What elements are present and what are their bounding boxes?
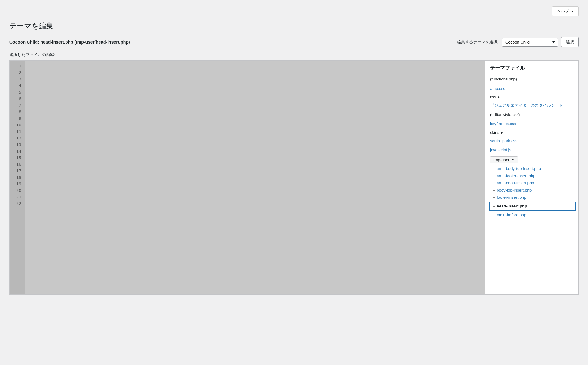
editor-style-label: (editor-style.css) <box>490 112 520 117</box>
help-button[interactable]: ヘルプ ▼ <box>552 6 579 16</box>
amp-head-link[interactable]: amp-head-insert.php <box>497 181 534 185</box>
keyframes-link[interactable]: keyframes.css <box>490 121 516 126</box>
line-17: 17 <box>16 168 21 174</box>
list-item-south-park: south_park.css <box>485 136 578 146</box>
south-park-link[interactable]: south_park.css <box>490 139 517 143</box>
list-item-amp-footer: amp-footer-insert.php <box>485 172 578 179</box>
line-10: 10 <box>16 122 21 129</box>
list-item-main-before: main-before.php <box>485 211 578 218</box>
line-18: 18 <box>16 174 21 181</box>
code-textarea[interactable] <box>25 61 485 294</box>
skins-folder-label: skins <box>490 130 499 135</box>
line-14: 14 <box>16 148 21 155</box>
line-16: 16 <box>16 161 21 168</box>
line-2: 2 <box>19 70 21 76</box>
body-top-link[interactable]: body-top-insert.php <box>497 188 532 192</box>
head-insert-link[interactable]: head-insert.php <box>497 204 527 208</box>
line-8: 8 <box>19 109 21 115</box>
line-9: 9 <box>19 115 21 122</box>
tmp-user-toggle[interactable]: tmp-user ▼ <box>490 156 518 163</box>
visual-editor-link[interactable]: ビジュアルエディターのスタイルシート <box>490 103 563 108</box>
code-editor[interactable]: 1 2 3 4 5 6 7 8 9 10 11 12 13 14 15 16 1… <box>10 61 485 294</box>
amp-css-link[interactable]: amp.css <box>490 86 505 91</box>
line-7: 7 <box>19 102 21 109</box>
footer-insert-link[interactable]: footer-insert.php <box>497 195 526 200</box>
line-13: 13 <box>16 142 21 148</box>
folder-arrow-icon: ▶ <box>498 95 500 99</box>
javascript-link[interactable]: javascript.js <box>490 148 511 152</box>
line-19: 19 <box>16 181 21 187</box>
tmp-user-arrow-icon: ▼ <box>511 158 514 162</box>
css-folder-label: css <box>490 95 496 99</box>
list-item-tmp-user-folder: tmp-user ▼ <box>485 155 578 165</box>
list-item-amp-head: amp-head-insert.php <box>485 179 578 187</box>
line-4: 4 <box>19 83 21 89</box>
line-1: 1 <box>19 63 21 70</box>
help-label: ヘルプ <box>557 8 569 14</box>
header-row: Cocoon Child: head-insert.php (tmp-user/… <box>9 37 579 47</box>
line-numbers: 1 2 3 4 5 6 7 8 9 10 11 12 13 14 15 16 1… <box>10 61 25 294</box>
theme-selector: 編集するテーマを選択: Cocoon Child Cocoon 選択 <box>457 37 579 47</box>
list-item-body-top: body-top-insert.php <box>485 187 578 194</box>
list-item-footer-insert: footer-insert.php <box>485 194 578 201</box>
line-12: 12 <box>16 135 21 142</box>
list-item-functions: (functions.php) <box>485 75 578 84</box>
chevron-down-icon: ▼ <box>571 10 574 13</box>
line-5: 5 <box>19 89 21 96</box>
editor-layout: 1 2 3 4 5 6 7 8 9 10 11 12 13 14 15 16 1… <box>9 60 579 295</box>
theme-selector-label: 編集するテーマを選択: <box>457 39 499 45</box>
help-bar: ヘルプ ▼ <box>9 6 579 16</box>
list-item-css-folder: css ▶ <box>485 93 578 101</box>
list-item-skins-folder: skins ▶ <box>485 129 578 136</box>
main-before-link[interactable]: main-before.php <box>497 212 526 217</box>
list-item-head-insert-active[interactable]: head-insert.php <box>489 202 576 211</box>
file-title: Cocoon Child: head-insert.php (tmp-user/… <box>9 40 130 45</box>
line-22: 22 <box>16 201 21 207</box>
list-item-keyframes: keyframes.css <box>485 119 578 129</box>
page-title: テーマを編集 <box>9 21 579 31</box>
file-list: (functions.php) amp.css css ▶ ビジュアルエディター… <box>485 75 578 218</box>
line-15: 15 <box>16 155 21 161</box>
list-item-amp-body-top: amp-body-top-insert.php <box>485 165 578 172</box>
list-item-amp-css: amp.css <box>485 84 578 93</box>
list-item-javascript: javascript.js <box>485 145 578 155</box>
amp-body-top-link[interactable]: amp-body-top-insert.php <box>497 166 541 171</box>
file-sidebar: テーマファイル (functions.php) amp.css css ▶ ビジ… <box>485 61 578 294</box>
tmp-user-label: tmp-user <box>493 158 509 162</box>
list-item-visual-editor: ビジュアルエディターのスタイルシート <box>485 101 578 110</box>
functions-php-label: (functions.php) <box>490 77 517 81</box>
skins-arrow-icon: ▶ <box>501 131 503 134</box>
line-20: 20 <box>16 187 21 194</box>
file-contents-label: 選択したファイルの内容: <box>9 52 579 58</box>
line-21: 21 <box>16 194 21 201</box>
select-button[interactable]: 選択 <box>561 37 579 47</box>
theme-select[interactable]: Cocoon Child Cocoon <box>502 38 558 47</box>
amp-footer-link[interactable]: amp-footer-insert.php <box>497 173 535 178</box>
line-11: 11 <box>16 129 21 135</box>
list-item-editor-style: (editor-style.css) <box>485 110 578 119</box>
sidebar-title: テーマファイル <box>485 61 578 75</box>
line-3: 3 <box>19 76 21 83</box>
line-6: 6 <box>19 96 21 102</box>
